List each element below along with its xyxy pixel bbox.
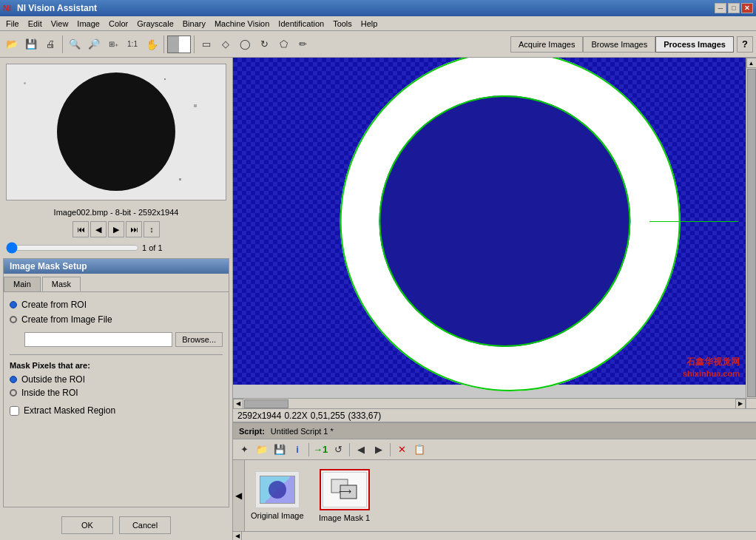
zoom-out-button[interactable]: 🔎 <box>85 36 103 53</box>
nav-last-button[interactable]: ⏭ <box>126 221 142 237</box>
noise-4 <box>194 104 197 107</box>
script-scrollbar[interactable]: ◀ <box>233 531 756 540</box>
menu-color[interactable]: Color <box>104 18 132 30</box>
roi-diamond-button[interactable]: ◇ <box>217 36 234 53</box>
script-item-original: Original Image <box>251 471 304 520</box>
extract-checkbox[interactable] <box>10 406 19 416</box>
script-toolbar: ✦ 📁 💾 i →1 ↺ ◀ ▶ ✕ 📋 <box>233 439 756 460</box>
file-path-input[interactable] <box>24 332 172 347</box>
nav-refresh-button[interactable]: ↕ <box>144 221 160 237</box>
menu-help[interactable]: Help <box>357 18 382 30</box>
outside-radio-label: Outside the ROI <box>21 374 85 385</box>
script-sep-1 <box>308 443 309 456</box>
zoom-in-button[interactable]: 🔍 <box>66 36 84 53</box>
inside-roi-option[interactable]: Inside the ROI <box>10 388 223 398</box>
minimize-button[interactable]: ─ <box>715 3 726 13</box>
nav-slider[interactable] <box>6 242 139 254</box>
print-button[interactable]: 🖨 <box>41 36 59 53</box>
green-ring-inner <box>379 95 630 347</box>
ni-logo: NI <box>3 4 11 13</box>
left-panel: Image002.bmp - 8-bit - 2592x1944 ⏮ ◀ ▶ ⏭… <box>0 58 233 540</box>
script-save-button[interactable]: 💾 <box>271 442 288 458</box>
menu-image[interactable]: Image <box>72 18 104 30</box>
scroll-thumb-horizontal[interactable] <box>244 399 288 408</box>
browse-images-button[interactable]: Browse Images <box>583 36 655 53</box>
script-export-button[interactable]: 📋 <box>411 442 428 458</box>
menu-view[interactable]: View <box>47 18 73 30</box>
mask-icon[interactable]: ⟶ <box>320 469 370 510</box>
outside-roi-option[interactable]: Outside the ROI <box>10 374 223 385</box>
script-open-button[interactable]: 📁 <box>254 442 270 458</box>
pan-button[interactable]: ✋ <box>143 36 161 53</box>
menu-identification[interactable]: Identification <box>274 18 328 30</box>
original-image-icon[interactable] <box>255 471 300 508</box>
roi-rotate-button[interactable]: ↻ <box>255 36 273 53</box>
scroll-up-arrow[interactable]: ▲ <box>746 58 757 68</box>
script-panel: Script: Untitled Script 1 * ✦ 📁 💾 i →1 ↺… <box>233 422 756 540</box>
nav-slider-container: 1 of 1 <box>6 242 226 254</box>
script-delete-button[interactable]: ✕ <box>394 442 410 458</box>
script-header: Script: Untitled Script 1 * <box>233 423 756 439</box>
create-from-file-option[interactable]: Create from Image File <box>10 314 223 325</box>
scrollbar-corner <box>746 398 756 408</box>
noise-3 <box>179 178 181 180</box>
script-step-button[interactable]: →1 <box>312 442 328 458</box>
maximize-button[interactable]: □ <box>728 3 740 13</box>
setup-content: Create from ROI Create from Image File B… <box>4 292 229 423</box>
tab-main[interactable]: Main <box>4 277 41 291</box>
menu-edit[interactable]: Edit <box>24 18 47 30</box>
action-buttons: OK Cancel <box>0 510 232 540</box>
roi-polygon-button[interactable]: ⬠ <box>274 36 292 53</box>
open-button[interactable]: 📂 <box>3 36 21 53</box>
script-refresh-button[interactable]: ↺ <box>330 442 346 458</box>
horizontal-scrollbar[interactable]: ◀ ▶ <box>233 398 746 408</box>
browse-button[interactable]: Browse... <box>175 332 223 347</box>
nav-prev-button[interactable]: ◀ <box>90 221 107 237</box>
menu-file[interactable]: File <box>1 18 24 30</box>
acquire-images-button[interactable]: Acquire Images <box>510 36 583 53</box>
mask-svg-icon: ⟶ <box>330 478 360 502</box>
help-button[interactable]: ? <box>737 36 753 53</box>
title-bar-controls[interactable]: ─ □ ✕ <box>715 3 753 13</box>
menu-grayscale[interactable]: Grayscale <box>132 18 178 30</box>
cancel-button[interactable]: Cancel <box>119 516 171 534</box>
mask-pixels-label: Mask Pixels that are: <box>10 361 223 370</box>
menu-tools[interactable]: Tools <box>328 18 357 30</box>
script-scroll-left-btn[interactable]: ◀ <box>233 532 242 541</box>
script-info-button[interactable]: i <box>289 442 306 458</box>
main-layout: Image002.bmp - 8-bit - 2592x1944 ⏮ ◀ ▶ ⏭… <box>0 58 756 540</box>
roi-ellipse-button[interactable]: ◯ <box>236 36 254 53</box>
setup-title: Image Mask Setup <box>4 259 229 274</box>
image-info: Image002.bmp - 8-bit - 2592x1944 <box>0 208 232 217</box>
scroll-thumb-vertical[interactable] <box>747 69 756 397</box>
separator-3 <box>194 36 195 53</box>
process-images-button[interactable]: Process Images <box>655 36 734 53</box>
script-forward-button[interactable]: ▶ <box>371 442 387 458</box>
menu-binary[interactable]: Binary <box>178 18 210 30</box>
status-coords: (333,67) <box>348 411 381 421</box>
script-pointer-button[interactable]: ✦ <box>236 442 252 458</box>
nav-first-button[interactable]: ⏮ <box>72 221 89 237</box>
mask-radio-group: Outside the ROI Inside the ROI <box>10 374 223 398</box>
ok-button[interactable]: OK <box>61 516 113 534</box>
scroll-right-arrow[interactable]: ▶ <box>735 399 746 409</box>
roi-freehand-button[interactable]: ✏ <box>294 36 311 53</box>
title-bar: NI NI Vision Assistant ─ □ ✕ <box>0 0 756 16</box>
roi-rect-button[interactable]: ▭ <box>198 36 215 53</box>
green-horizontal-line <box>649 221 738 222</box>
tab-mask[interactable]: Mask <box>42 277 81 291</box>
script-back-button[interactable]: ◀ <box>353 442 369 458</box>
scroll-left-arrow[interactable]: ◀ <box>233 399 243 409</box>
nav-next-button[interactable]: ▶ <box>108 221 124 237</box>
zoom-actual-button[interactable]: 1:1 <box>124 36 141 53</box>
script-scroll-left[interactable]: ◀ <box>233 460 245 531</box>
zoom-fit-button[interactable]: ⊞₊ <box>104 36 122 53</box>
vertical-scrollbar[interactable]: ▲ ▼ <box>746 58 756 408</box>
save-button[interactable]: 💾 <box>22 36 40 53</box>
menu-machine-vision[interactable]: Machine Vision <box>210 18 274 30</box>
preview-circle <box>57 72 175 191</box>
file-input-row: Browse... <box>24 332 223 347</box>
create-from-roi-option[interactable]: Create from ROI <box>10 300 223 310</box>
close-button[interactable]: ✕ <box>741 3 753 13</box>
image-display-container: 石鑫华视觉网 shixinhua.com ▲ ▼ ◀ ▶ <box>233 58 756 408</box>
